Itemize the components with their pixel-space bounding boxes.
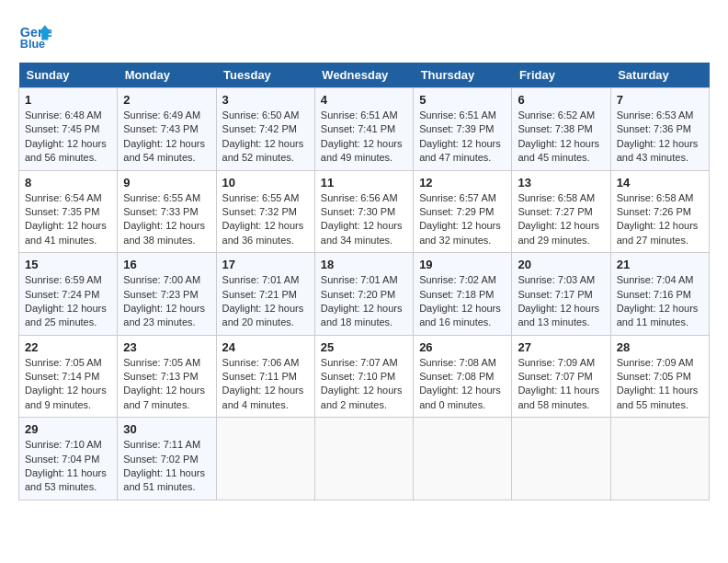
day-number: 17 <box>222 258 309 271</box>
day-number: 7 <box>617 93 703 107</box>
day-number: 2 <box>123 93 210 107</box>
calendar-cell: 29 Sunrise: 7:10 AM Sunset: 7:04 PM Dayl… <box>19 418 118 500</box>
day-number: 29 <box>25 422 111 436</box>
calendar-cell: 10 Sunrise: 6:55 AM Sunset: 7:32 PM Dayl… <box>216 170 314 253</box>
weekday-header-friday: Friday <box>512 63 610 88</box>
calendar-week-1: 1 Sunrise: 6:48 AM Sunset: 7:45 PM Dayli… <box>19 88 710 171</box>
day-info: Sunrise: 6:51 AM Sunset: 7:39 PM Dayligh… <box>419 109 506 166</box>
calendar-week-3: 15 Sunrise: 6:59 AM Sunset: 7:24 PM Dayl… <box>19 253 710 336</box>
calendar-cell: 2 Sunrise: 6:49 AM Sunset: 7:43 PM Dayli… <box>118 88 216 171</box>
calendar-cell: 27 Sunrise: 7:09 AM Sunset: 7:07 PM Dayl… <box>512 335 610 418</box>
calendar-cell: 4 Sunrise: 6:51 AM Sunset: 7:41 PM Dayli… <box>314 88 413 171</box>
calendar-cell: 13 Sunrise: 6:58 AM Sunset: 7:27 PM Dayl… <box>512 170 610 253</box>
day-number: 16 <box>123 258 210 271</box>
calendar-cell: 11 Sunrise: 6:56 AM Sunset: 7:30 PM Dayl… <box>314 170 413 253</box>
calendar-cell <box>216 418 314 500</box>
day-info: Sunrise: 6:54 AM Sunset: 7:35 PM Dayligh… <box>25 191 111 248</box>
day-number: 8 <box>25 176 111 190</box>
day-info: Sunrise: 7:07 AM Sunset: 7:10 PM Dayligh… <box>321 356 407 413</box>
calendar-cell: 25 Sunrise: 7:07 AM Sunset: 7:10 PM Dayl… <box>314 335 413 418</box>
weekday-header-tuesday: Tuesday <box>216 63 314 88</box>
day-number: 13 <box>518 176 604 190</box>
day-number: 14 <box>617 176 703 190</box>
calendar-cell: 5 Sunrise: 6:51 AM Sunset: 7:39 PM Dayli… <box>414 88 512 171</box>
calendar-cell: 24 Sunrise: 7:06 AM Sunset: 7:11 PM Dayl… <box>216 335 314 418</box>
day-info: Sunrise: 6:55 AM Sunset: 7:32 PM Dayligh… <box>222 191 309 248</box>
day-info: Sunrise: 7:08 AM Sunset: 7:08 PM Dayligh… <box>419 356 506 413</box>
page-header: General Blue <box>18 18 710 52</box>
day-info: Sunrise: 7:11 AM Sunset: 7:02 PM Dayligh… <box>123 438 210 495</box>
weekday-header-saturday: Saturday <box>610 63 709 88</box>
logo: General Blue <box>18 18 57 52</box>
day-info: Sunrise: 7:03 AM Sunset: 7:17 PM Dayligh… <box>518 273 604 330</box>
day-number: 26 <box>419 340 506 354</box>
weekday-header-thursday: Thursday <box>414 63 512 88</box>
day-number: 1 <box>25 93 111 107</box>
day-info: Sunrise: 6:51 AM Sunset: 7:41 PM Dayligh… <box>321 109 407 166</box>
day-number: 6 <box>518 93 604 107</box>
day-info: Sunrise: 7:05 AM Sunset: 7:14 PM Dayligh… <box>25 356 111 413</box>
calendar-cell: 15 Sunrise: 6:59 AM Sunset: 7:24 PM Dayl… <box>19 253 118 336</box>
calendar-cell: 30 Sunrise: 7:11 AM Sunset: 7:02 PM Dayl… <box>118 418 216 500</box>
day-info: Sunrise: 7:01 AM Sunset: 7:20 PM Dayligh… <box>321 273 407 330</box>
day-info: Sunrise: 6:55 AM Sunset: 7:33 PM Dayligh… <box>123 191 210 248</box>
day-number: 27 <box>518 340 604 354</box>
day-number: 23 <box>123 340 210 354</box>
calendar-cell: 14 Sunrise: 6:58 AM Sunset: 7:26 PM Dayl… <box>610 170 709 253</box>
calendar-cell: 21 Sunrise: 7:04 AM Sunset: 7:16 PM Dayl… <box>610 253 709 336</box>
day-number: 10 <box>222 176 309 190</box>
day-number: 25 <box>321 340 407 354</box>
day-number: 5 <box>419 93 506 107</box>
calendar-week-2: 8 Sunrise: 6:54 AM Sunset: 7:35 PM Dayli… <box>19 170 710 253</box>
day-info: Sunrise: 7:02 AM Sunset: 7:18 PM Dayligh… <box>419 273 506 330</box>
day-info: Sunrise: 6:48 AM Sunset: 7:45 PM Dayligh… <box>25 109 111 166</box>
calendar-cell: 3 Sunrise: 6:50 AM Sunset: 7:42 PM Dayli… <box>216 88 314 171</box>
day-info: Sunrise: 6:49 AM Sunset: 7:43 PM Dayligh… <box>123 109 210 166</box>
calendar-table: SundayMondayTuesdayWednesdayThursdayFrid… <box>18 63 710 500</box>
day-info: Sunrise: 7:05 AM Sunset: 7:13 PM Dayligh… <box>123 356 210 413</box>
day-info: Sunrise: 7:10 AM Sunset: 7:04 PM Dayligh… <box>25 438 111 495</box>
day-number: 18 <box>321 258 407 271</box>
weekday-header-wednesday: Wednesday <box>314 63 413 88</box>
day-info: Sunrise: 6:58 AM Sunset: 7:26 PM Dayligh… <box>617 191 703 248</box>
calendar-cell: 23 Sunrise: 7:05 AM Sunset: 7:13 PM Dayl… <box>118 335 216 418</box>
calendar-cell: 6 Sunrise: 6:52 AM Sunset: 7:38 PM Dayli… <box>512 88 610 171</box>
day-number: 20 <box>518 258 604 271</box>
calendar-cell <box>314 418 413 500</box>
day-number: 19 <box>419 258 506 271</box>
logo-icon: General Blue <box>18 18 51 52</box>
calendar-week-5: 29 Sunrise: 7:10 AM Sunset: 7:04 PM Dayl… <box>19 418 710 500</box>
day-number: 15 <box>25 258 111 271</box>
calendar-cell: 1 Sunrise: 6:48 AM Sunset: 7:45 PM Dayli… <box>19 88 118 171</box>
calendar-cell: 26 Sunrise: 7:08 AM Sunset: 7:08 PM Dayl… <box>414 335 512 418</box>
day-info: Sunrise: 7:00 AM Sunset: 7:23 PM Dayligh… <box>123 273 210 330</box>
calendar-cell: 12 Sunrise: 6:57 AM Sunset: 7:29 PM Dayl… <box>414 170 512 253</box>
day-info: Sunrise: 7:04 AM Sunset: 7:16 PM Dayligh… <box>617 273 703 330</box>
day-info: Sunrise: 6:56 AM Sunset: 7:30 PM Dayligh… <box>321 191 407 248</box>
calendar-header: SundayMondayTuesdayWednesdayThursdayFrid… <box>19 63 710 88</box>
day-number: 3 <box>222 93 309 107</box>
calendar-cell: 28 Sunrise: 7:09 AM Sunset: 7:05 PM Dayl… <box>610 335 709 418</box>
day-number: 12 <box>419 176 506 190</box>
day-info: Sunrise: 6:58 AM Sunset: 7:27 PM Dayligh… <box>518 191 604 248</box>
day-number: 30 <box>123 422 210 436</box>
calendar-week-4: 22 Sunrise: 7:05 AM Sunset: 7:14 PM Dayl… <box>19 335 710 418</box>
calendar-cell: 9 Sunrise: 6:55 AM Sunset: 7:33 PM Dayli… <box>118 170 216 253</box>
day-info: Sunrise: 7:06 AM Sunset: 7:11 PM Dayligh… <box>222 356 309 413</box>
calendar-cell: 19 Sunrise: 7:02 AM Sunset: 7:18 PM Dayl… <box>414 253 512 336</box>
day-info: Sunrise: 7:09 AM Sunset: 7:07 PM Dayligh… <box>518 356 604 413</box>
weekday-header-sunday: Sunday <box>19 63 118 88</box>
day-info: Sunrise: 6:59 AM Sunset: 7:24 PM Dayligh… <box>25 273 111 330</box>
calendar-cell <box>414 418 512 500</box>
calendar-cell: 20 Sunrise: 7:03 AM Sunset: 7:17 PM Dayl… <box>512 253 610 336</box>
day-number: 11 <box>321 176 407 190</box>
calendar-cell: 17 Sunrise: 7:01 AM Sunset: 7:21 PM Dayl… <box>216 253 314 336</box>
calendar-cell: 16 Sunrise: 7:00 AM Sunset: 7:23 PM Dayl… <box>118 253 216 336</box>
day-number: 21 <box>617 258 703 271</box>
day-number: 24 <box>222 340 309 354</box>
calendar-cell <box>512 418 610 500</box>
day-info: Sunrise: 6:50 AM Sunset: 7:42 PM Dayligh… <box>222 109 309 166</box>
day-info: Sunrise: 6:52 AM Sunset: 7:38 PM Dayligh… <box>518 109 604 166</box>
day-info: Sunrise: 6:57 AM Sunset: 7:29 PM Dayligh… <box>419 191 506 248</box>
day-number: 28 <box>617 340 703 354</box>
